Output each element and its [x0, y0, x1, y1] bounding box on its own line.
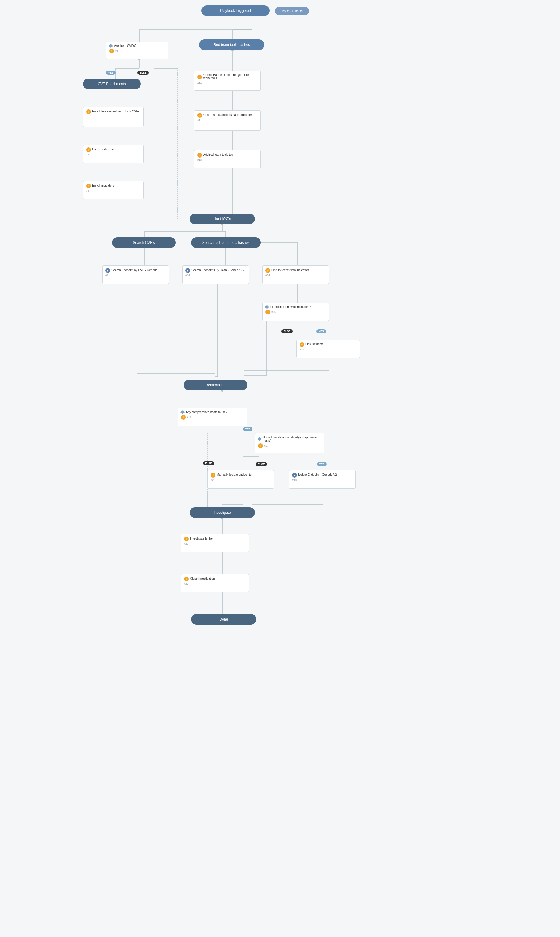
manually-isolate-label: Manually isolate endpoints: [217, 473, 252, 476]
should-isolate-node[interactable]: Should isolate automatically compromised…: [255, 433, 325, 453]
search-red-team-hashes-label: Search red team tools hashes: [202, 241, 249, 245]
hunt-iocs-label: Hunt IOC's: [214, 217, 231, 221]
done-node[interactable]: Done: [191, 614, 256, 625]
remediation-node[interactable]: Remediation: [184, 380, 248, 391]
bolt-icon-cves: ⚡: [109, 49, 114, 53]
bolt-icon-inv-further: ⚡: [184, 537, 189, 541]
add-red-team-tag-label: Add red team tools tag: [203, 153, 233, 156]
bolt-icon-compromised: ⚡: [181, 415, 186, 420]
create-indicators-id: #5: [86, 153, 89, 156]
playbook-triggered-label: Playbook Triggered: [220, 9, 251, 13]
enrich-indicators-node[interactable]: ⚡ Enrich indicators #6: [83, 181, 144, 199]
yes-badge-incident: YES: [317, 329, 326, 333]
close-investigation-node[interactable]: ⚡ Close investigation #22: [181, 574, 249, 592]
any-compromised-node[interactable]: Any compromised hosts found? ⚡ #16: [178, 408, 248, 426]
should-isolate-id: #17: [264, 444, 268, 447]
else-badge-cves: ELSE: [137, 71, 149, 75]
find-incidents-label: Find incidents with indicators: [271, 269, 309, 272]
enrich-indicators-id: #6: [86, 189, 89, 192]
investigate-node[interactable]: Investigate: [190, 507, 255, 518]
else-badge-incident: ELSE: [282, 329, 293, 333]
find-incidents-node[interactable]: ⚡ Find incidents with indicators #24: [262, 266, 329, 284]
red-team-hashes-label: Red team tools hashes: [214, 43, 250, 47]
create-red-team-hash-label: Create red team tools hash indicators: [203, 113, 252, 117]
playbook-canvas: Playbook Triggered Inputs / Outputs Are …: [0, 0, 560, 937]
bolt-icon-enrich: ⚡: [86, 110, 91, 114]
create-indicators-label: Create indicators: [92, 148, 115, 151]
yes-badge-cves: YES: [106, 71, 115, 75]
bolt-icon-find-inc: ⚡: [266, 268, 270, 273]
enrich-fireeye-label: Enrich FireEye red team tools CVEs: [92, 110, 140, 113]
collect-hashes-id: #10: [197, 82, 202, 85]
link-incidents-id: #26: [300, 348, 304, 351]
yes-badge-compromised: YES: [243, 427, 252, 431]
are-there-cves-id: #1: [115, 49, 118, 52]
bolt-icon-found: ⚡: [266, 310, 270, 314]
any-compromised-label: Any compromised hosts found?: [186, 411, 227, 414]
create-red-team-hash-node[interactable]: ⚡ Create red team tools hash indicators …: [194, 110, 261, 131]
search-endpoints-hash-id: #14: [186, 274, 190, 277]
yes-badge-isolate: YES: [317, 462, 326, 466]
connection-lines: [0, 0, 560, 937]
playbook-triggered-node[interactable]: Playbook Triggered: [202, 5, 270, 16]
should-isolate-label: Should isolate automatically compromised…: [263, 436, 321, 442]
investigate-further-id: #21: [184, 542, 188, 545]
found-incident-node[interactable]: Found incident with indicators? ⚡ #25: [262, 303, 329, 321]
cve-enrichments-label: CVE Enrichments: [98, 82, 126, 86]
else-badge-compromised: ELSE: [203, 461, 214, 465]
link-incidents-label: Link incidents: [306, 343, 323, 346]
hunt-iocs-node[interactable]: Hunt IOC's: [190, 213, 255, 224]
bolt-icon-create-ind: ⚡: [86, 147, 91, 152]
are-there-cves-label: Are there CVEs?: [114, 44, 136, 48]
are-there-cves-node[interactable]: Are there CVEs? ⚡ #1: [106, 42, 168, 59]
investigate-further-node[interactable]: ⚡ Investigate further #21: [181, 534, 249, 552]
bolt-icon-add-tag: ⚡: [197, 153, 202, 157]
bolt-icon-manual: ⚡: [211, 473, 215, 477]
investigate-further-label: Investigate further: [190, 537, 214, 540]
remediation-label: Remediation: [206, 383, 226, 387]
create-indicators-node[interactable]: ⚡ Create indicators #5: [83, 145, 144, 163]
search-cves-node[interactable]: Search CVE's: [112, 237, 176, 248]
enrich-fireeye-node[interactable]: ⚡ Enrich FireEye red team tools CVEs #27: [83, 107, 144, 127]
doc-icon-search-cve: ▶: [106, 268, 110, 273]
manually-isolate-id: #20: [211, 479, 215, 482]
else-badge-isolate: ELSE: [256, 462, 267, 466]
red-team-hashes-node[interactable]: Red team tools hashes: [199, 39, 264, 50]
any-compromised-id: #16: [187, 416, 191, 419]
search-endpoint-cve-node[interactable]: ▶ Search Endpoint by CVE - Generic #8: [102, 266, 169, 284]
investigate-label: Investigate: [214, 511, 231, 515]
bolt-icon-enrich-ind: ⚡: [86, 184, 91, 188]
collect-hashes-label: Collect Hashes from FireEye for red team…: [203, 73, 257, 80]
enrich-indicators-label: Enrich indicators: [92, 184, 114, 187]
link-incidents-node[interactable]: ⚡ Link incidents #26: [296, 340, 360, 358]
search-cves-label: Search CVE's: [133, 241, 155, 245]
add-red-team-tag-node[interactable]: ⚡ Add red team tools tag #12: [194, 150, 261, 168]
done-label: Done: [220, 617, 228, 621]
inputs-outputs-label: Inputs / Outputs: [282, 9, 303, 13]
isolate-endpoint-id: #18: [292, 479, 297, 482]
collect-hashes-node[interactable]: ⚡ Collect Hashes from FireEye for red te…: [194, 71, 261, 91]
close-investigation-id: #22: [184, 582, 188, 585]
search-endpoint-cve-label: Search Endpoint by CVE - Generic: [111, 269, 157, 272]
add-red-team-tag-id: #12: [197, 158, 202, 161]
doc-icon-search-hash: ▶: [186, 268, 190, 273]
doc-icon-isolate: ▶: [292, 473, 297, 477]
bolt-icon-close: ⚡: [184, 577, 189, 581]
found-incident-label: Found incident with indicators?: [270, 305, 311, 309]
search-endpoint-cve-id: #8: [106, 274, 108, 277]
inputs-outputs-button[interactable]: Inputs / Outputs: [275, 7, 309, 15]
manually-isolate-node[interactable]: ⚡ Manually isolate endpoints #20: [208, 470, 274, 489]
search-endpoints-hash-node[interactable]: ▶ Search Endpoints By Hash - Generic V2 …: [182, 266, 249, 284]
cve-enrichments-node[interactable]: CVE Enrichments: [83, 79, 141, 89]
close-investigation-label: Close investigation: [190, 577, 215, 580]
create-red-team-hash-id: #11: [197, 119, 202, 122]
enrich-fireeye-id: #27: [86, 115, 91, 118]
search-red-team-hashes-node[interactable]: Search red team tools hashes: [191, 237, 261, 248]
bolt-icon-link: ⚡: [300, 342, 304, 347]
search-endpoints-hash-label: Search Endpoints By Hash - Generic V2: [191, 269, 244, 272]
isolate-endpoint-node[interactable]: ▶ Isolate Endpoint - Generic V2 #18: [289, 470, 355, 489]
found-incident-id: #25: [271, 310, 276, 313]
bolt-icon-collect: ⚡: [197, 75, 202, 79]
isolate-endpoint-label: Isolate Endpoint - Generic V2: [298, 473, 337, 476]
bolt-icon-isolate-q: ⚡: [258, 443, 263, 448]
